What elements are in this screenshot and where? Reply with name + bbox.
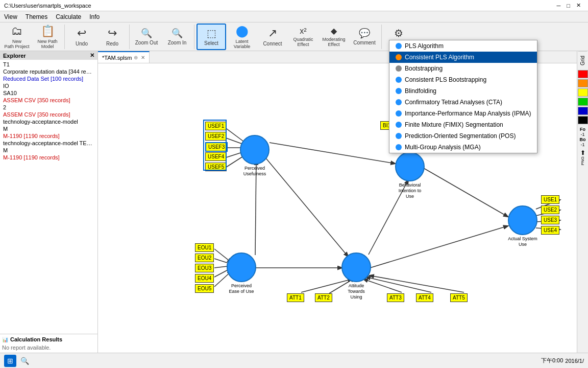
explorer-item[interactable]: technology-acceptance-model (1, 118, 96, 125)
explorer-item[interactable]: IO (1, 82, 96, 89)
USEF4-indicator[interactable]: USEF4 (205, 152, 227, 161)
color-swatch-red[interactable] (578, 70, 588, 78)
pls-algorithm-menu-item[interactable]: PLS Algorithm (389, 40, 537, 52)
calc-results-icon: 📊 (2, 337, 8, 342)
ATT4-indicator[interactable]: ATT4 (416, 293, 433, 302)
clock: 下午0:00 (541, 357, 563, 364)
search-taskbar[interactable]: 🔍 (18, 355, 31, 367)
color-swatch-green[interactable] (578, 98, 588, 106)
USEF3-indicator[interactable]: USEF3 (205, 142, 228, 152)
color-swatch-black[interactable] (578, 116, 588, 124)
USE1-indicator[interactable]: USE1 (541, 195, 559, 204)
explorer-item[interactable]: T1 (1, 61, 96, 68)
minimize-btn[interactable]: ─ (554, 3, 564, 9)
explorer-item[interactable]: ASSEM CSV [350 records] (1, 111, 96, 118)
EOU1-indicator[interactable]: EOU1 (195, 243, 214, 252)
calculate-dropdown-menu[interactable]: PLS Algorithm Consistent PLS Algorithm B… (389, 40, 537, 153)
ATT5-indicator[interactable]: ATT5 (450, 293, 468, 302)
svg-line-10 (270, 143, 395, 164)
EOU4-indicator[interactable]: EOU4 (195, 274, 214, 283)
tab-close-icon[interactable]: ✕ (141, 55, 145, 60)
explorer-item[interactable]: M (1, 125, 96, 132)
perceived-ease-of-use-node[interactable] (227, 252, 256, 282)
explorer-item[interactable]: M-1190 [1190 records] (1, 132, 96, 140)
EOU3-indicator[interactable]: EOU3 (195, 264, 214, 272)
undo-button[interactable]: ↩ Undo (67, 24, 96, 50)
bootstrapping-menu-item[interactable]: Bootstrapping (389, 63, 537, 74)
USE2-indicator[interactable]: USE2 (541, 205, 559, 214)
export-icon[interactable]: ⬆ (580, 149, 585, 156)
explorer-item[interactable]: 2 (1, 104, 96, 111)
quadratic-effect-button[interactable]: x² QuadraticEffect (288, 24, 318, 50)
ATT3-indicator[interactable]: ATT3 (387, 293, 404, 302)
USEF5-indicator[interactable]: USEF5 (205, 163, 227, 171)
finite-mixture-icon (396, 122, 402, 128)
actual-system-use-node[interactable] (508, 205, 537, 235)
new-path-model-button[interactable]: 📋 New PathModel (33, 24, 62, 50)
ATT1-indicator[interactable]: ATT1 (287, 293, 304, 302)
menu-view[interactable]: View (0, 12, 21, 21)
explorer-item[interactable]: SA10 (1, 89, 96, 97)
select-button[interactable]: ⬚ Select (197, 24, 226, 50)
latent-variable-label: LatentVariable (234, 39, 250, 49)
toolbar-separator-1 (64, 25, 65, 49)
zoom-out-icon: 🔍 (141, 28, 152, 39)
consistent-pls-algorithm-menu-item[interactable]: Consistent PLS Algorithm (389, 52, 537, 63)
color-swatch-yellow[interactable] (578, 88, 588, 97)
USE4-indicator[interactable]: USE4 (541, 226, 559, 235)
USEF2-indicator[interactable]: USEF2 (205, 132, 227, 141)
consistent-pls-bootstrapping-menu-item[interactable]: Consistent PLS Bootstrapping (389, 74, 537, 85)
importance-performance-icon (396, 110, 402, 117)
finite-mixture-label: Finite Mixture (FIMIX) Segmentation (405, 121, 503, 128)
zoom-in-button[interactable]: 🔍 Zoom In (162, 24, 192, 50)
redo-button[interactable]: ↪ Redo (97, 24, 127, 50)
moderating-effect-label: ModeratingEffect (322, 37, 345, 47)
menu-calculate[interactable]: Calculate (52, 12, 85, 21)
explorer-item[interactable]: M (1, 147, 96, 154)
model-tab[interactable]: *TAM.splsm ⊕ ✕ (98, 51, 150, 63)
connect-button[interactable]: ↗ Connect (258, 24, 287, 50)
perceived-usefulness-node[interactable] (240, 135, 270, 165)
multi-group-analysis-menu-item[interactable]: Multi-Group Analysis (MGA) (389, 142, 537, 153)
attitude-towards-node[interactable] (341, 252, 371, 282)
maximize-btn[interactable]: □ (564, 3, 573, 9)
zoom-out-button[interactable]: 🔍 Zoom Out (132, 24, 161, 50)
perceived-usefulness-label: PerceivedUsefulness (232, 166, 278, 177)
bold-value: -1 (580, 142, 584, 147)
ATT2-indicator[interactable]: ATT2 (315, 293, 332, 302)
menu-themes[interactable]: Themes (21, 12, 52, 21)
latent-variable-button[interactable]: ⬤ LatentVariable (227, 24, 257, 50)
date: 2016/1/ (565, 358, 584, 364)
USEF1-indicator[interactable]: USEF1 (205, 122, 227, 130)
explorer-item[interactable]: Corporate reputation data [344 records] (1, 68, 96, 75)
EOU2-indicator[interactable]: EOU2 (195, 254, 214, 262)
color-swatch-orange[interactable] (578, 79, 588, 87)
actual-system-use-label: Actual SystemUse (499, 236, 546, 247)
menu-info[interactable]: Info (85, 12, 104, 21)
connect-icon: ↗ (268, 27, 277, 40)
bootstrapping-label: Bootstrapping (405, 65, 443, 72)
confirmatory-tetrad-menu-item[interactable]: Confirmatory Tetrad Analyses (CTA) (389, 97, 537, 108)
blindfolding-menu-item[interactable]: Blindfolding (389, 85, 537, 97)
close-btn[interactable]: ✕ (573, 2, 584, 9)
prediction-oriented-menu-item[interactable]: Prediction-Oriented Segmentation (POS) (389, 130, 537, 142)
latent-variable-icon: ⬤ (236, 25, 249, 38)
color-swatch-blue[interactable] (578, 107, 588, 115)
behavioral-intention-node[interactable] (395, 152, 425, 181)
start-icon[interactable]: ⊞ (4, 355, 16, 367)
explorer-item[interactable]: Reduced Data Set [100 records] (1, 75, 96, 82)
explorer-item[interactable]: technology-acceptance-model TEST2 (1, 140, 96, 147)
pls-algorithm-icon (396, 43, 402, 49)
explorer-item[interactable]: M-1190 [1190 records] (1, 154, 96, 161)
explorer-content[interactable]: T1 Corporate reputation data [344 record… (0, 60, 97, 334)
new-path-project-button[interactable]: 🗂 NewPath Project (2, 24, 32, 50)
EOU5-indicator[interactable]: EOU5 (195, 284, 214, 293)
grid-tab[interactable]: Grid (578, 51, 587, 70)
comment-button[interactable]: 💬 Comment (350, 24, 379, 50)
explorer-close-icon[interactable]: ✕ (90, 52, 94, 59)
moderating-effect-button[interactable]: ◆ ModeratingEffect (319, 24, 349, 50)
finite-mixture-menu-item[interactable]: Finite Mixture (FIMIX) Segmentation (389, 119, 537, 130)
importance-performance-menu-item[interactable]: Importance-Performance Map Analysis (IPM… (389, 108, 537, 119)
explorer-item[interactable]: ASSEM CSV [350 records] (1, 97, 96, 104)
USE3-indicator[interactable]: USE3 (541, 216, 559, 224)
